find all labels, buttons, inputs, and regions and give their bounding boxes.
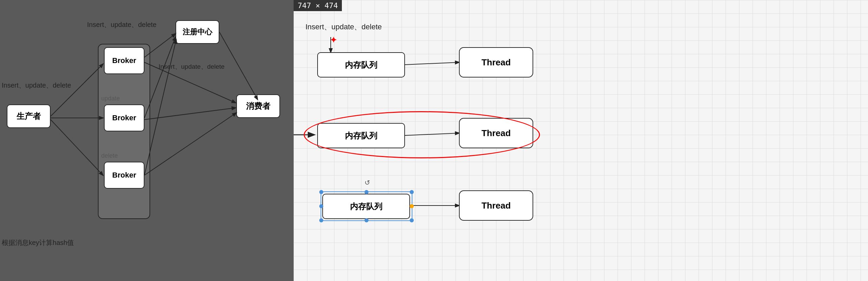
producer-box: 生产者 [7, 104, 51, 128]
svg-line-12 [405, 133, 459, 135]
svg-line-11 [405, 62, 459, 65]
handle-tr[interactable] [410, 190, 414, 194]
queue-1-label: 内存队列 [345, 60, 377, 70]
svg-line-0 [51, 64, 103, 116]
right-label-insert: Insert、update、delete [305, 22, 382, 32]
broker2-label: Broker [112, 114, 136, 122]
label-insert-left: Insert、update、delete [2, 81, 71, 90]
queue-3-label: 内存队列 [350, 201, 382, 212]
broker1-label: Broker [112, 56, 136, 65]
dimension-badge: 747 × 474 [294, 0, 342, 11]
broker-box-2: Broker [104, 104, 144, 131]
thread-1-label: Thread [482, 57, 511, 68]
handle-tl[interactable] [319, 190, 323, 194]
thread-box-2: Thread [459, 118, 533, 148]
svg-line-2 [51, 120, 103, 175]
label-insert-mid: Insert、update、delete [159, 62, 224, 71]
thread-box-3: Thread [459, 190, 533, 221]
consumer-label: 消费者 [246, 101, 270, 112]
producer-label: 生产者 [17, 111, 41, 122]
registry-box: 注册中心 [175, 20, 219, 44]
svg-line-6 [219, 32, 257, 99]
queue-box-3[interactable]: 内存队列 [322, 194, 410, 219]
handle-bl[interactable] [319, 218, 323, 222]
queue-2-label: 内存队列 [345, 130, 377, 141]
queue-box-2: 内存队列 [317, 123, 405, 148]
svg-line-9 [144, 113, 236, 175]
handle-br[interactable] [410, 218, 414, 222]
broker-box-1: Broker [104, 47, 144, 74]
handle-mr[interactable] [410, 204, 414, 208]
thread-3-label: Thread [482, 200, 511, 211]
thread-box-1: Thread [459, 47, 533, 77]
label-insert-top: Insert、update、delete [87, 20, 157, 29]
rotate-handle[interactable]: ↺ [364, 179, 370, 187]
broker3-label: Broker [112, 171, 136, 180]
consumer-box: 消费者 [236, 94, 280, 118]
thread-2-label: Thread [482, 128, 511, 138]
label-hash: 根据消息key计算hash值 [2, 238, 74, 247]
broker-box-3: Broker [104, 162, 144, 189]
right-panel: Insert、update、delete ✦ 内存队列 内存队列 内存队列 Th… [294, 0, 868, 281]
red-marker: ✦ [330, 35, 337, 45]
left-panel: Insert、update、delete Insert、update、delet… [0, 0, 294, 281]
svg-line-8 [144, 108, 236, 120]
registry-label: 注册中心 [183, 27, 212, 37]
queue-box-1: 内存队列 [317, 52, 405, 77]
